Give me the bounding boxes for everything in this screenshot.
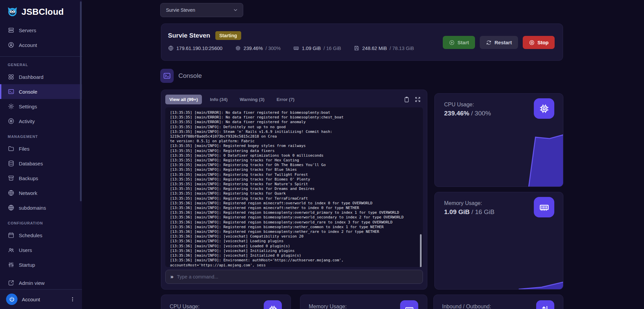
bottom-memory-card: Memory Usage:	[300, 295, 427, 309]
database-icon	[8, 160, 14, 167]
console-log[interactable]: [13:35:35] [main/ERROR]: No data fixer r…	[165, 107, 423, 267]
sidebar-item-network[interactable]: Network	[0, 186, 82, 200]
sidebar-item-label: Backups	[19, 175, 38, 181]
server-memory-limit: / 16 GiB	[324, 46, 341, 51]
sidebar-divider	[0, 56, 82, 57]
tab-info[interactable]: Info (34)	[206, 95, 232, 104]
globe-grid-icon	[8, 204, 14, 211]
dashboard-icon	[8, 73, 14, 80]
console-log-text: [13:35:35] [main/ERROR]: No data fixer r…	[165, 107, 423, 267]
memory-icon	[293, 45, 299, 51]
sidebar-item-console[interactable]: Console	[0, 84, 82, 99]
owl-logo-icon	[6, 6, 19, 18]
command-bar: »	[165, 270, 423, 284]
server-disk-limit: / 78.13 GiB	[390, 46, 414, 51]
memory-usage-number: 1.09 GiB	[444, 208, 470, 215]
command-input[interactable]	[177, 274, 418, 279]
sidebar-item-backups[interactable]: Backups	[0, 171, 82, 186]
app: { "brand": { "name": "JSBCloud" }, "side…	[0, 0, 644, 309]
cpu-usage-limit: / 300%	[471, 110, 491, 117]
sidebar-scrollbar[interactable]	[80, 1, 82, 201]
sidebar-item-label: Servers	[19, 28, 36, 33]
sidebar-item-label: Account	[19, 42, 37, 48]
server-stat-cpu: 239.46% / 300%	[235, 45, 281, 51]
brand[interactable]: JSBCloud	[0, 0, 82, 23]
expand-icon	[415, 96, 421, 103]
bottom-network-card: Inbound / Outbound:	[433, 295, 563, 309]
external-link-icon	[8, 279, 14, 286]
sidebar-item-account[interactable]: Account	[0, 38, 82, 52]
expand-console-button[interactable]	[415, 96, 421, 103]
sidebar-item-label: Databases	[19, 161, 43, 166]
account-footer-label: Account	[22, 297, 40, 302]
stop-button[interactable]: Stop	[523, 36, 555, 49]
sidebar-item-label: Admin view	[19, 280, 45, 286]
console-tabs: View all (99+) Info (34) Warning (3) Err…	[165, 95, 423, 104]
kebab-menu-icon[interactable]	[69, 295, 77, 303]
server-disk-value: 248.62 MiB	[362, 46, 387, 51]
servers-icon	[8, 27, 14, 34]
sidebar-item-users[interactable]: Users	[0, 243, 82, 257]
server-select[interactable]: Survie Steven	[160, 3, 243, 17]
gear-icon	[8, 103, 14, 110]
account-icon	[8, 42, 14, 48]
calendar-icon	[8, 232, 14, 239]
server-memory-value: 1.09 GiB	[302, 46, 320, 51]
restart-button[interactable]: Restart	[480, 36, 518, 49]
sidebar-item-databases[interactable]: Databases	[0, 156, 82, 171]
server-stat-address: 179.61.190.10:25600	[168, 45, 222, 51]
users-icon	[8, 247, 14, 253]
globe-icon	[168, 45, 174, 51]
sidebar-item-admin-view[interactable]: Admin view	[0, 275, 82, 290]
server-stat-memory: 1.09 GiB / 16 GiB	[293, 45, 341, 51]
chevron-down-icon	[233, 7, 238, 13]
sidebar-item-schedules[interactable]: Schedules	[0, 228, 82, 243]
sidebar-item-subdomains[interactable]: subdomains	[0, 200, 82, 215]
console-panel: View all (99+) Info (34) Warning (3) Err…	[161, 90, 427, 290]
server-cpu-value: 239.46%	[244, 46, 263, 51]
server-name: Survie Steven	[168, 32, 210, 39]
ram-icon	[400, 300, 418, 309]
sidebar-item-servers[interactable]: Servers	[0, 23, 82, 38]
sliders-icon	[8, 261, 14, 268]
sidebar-item-label: Users	[19, 247, 32, 253]
stop-button-label: Stop	[538, 40, 549, 45]
copy-log-button[interactable]	[403, 96, 410, 103]
brand-name: JSBCloud	[22, 7, 64, 17]
server-address: 179.61.190.10:25600	[176, 46, 222, 51]
memory-usage-sparkline	[434, 280, 563, 289]
cpu-chip-icon	[264, 300, 282, 309]
memory-usage-card: Memory Usage: 1.09 GiB / 16 GiB	[434, 192, 563, 290]
console-section-header: Console	[160, 69, 202, 83]
sidebar-item-label: Startup	[19, 262, 35, 268]
status-badge: Starting	[215, 31, 241, 40]
cpu-usage-card: CPU Usage: 239.46% / 300%	[434, 93, 563, 187]
sidebar-item-label: Console	[19, 89, 37, 95]
console-section-title: Console	[178, 72, 202, 80]
sidebar-item-label: Schedules	[19, 233, 42, 238]
tab-error[interactable]: Error (7)	[272, 95, 298, 104]
server-select-value: Survie Steven	[166, 7, 195, 13]
start-button-label: Start	[458, 40, 469, 45]
sidebar-item-settings[interactable]: Settings	[0, 99, 82, 114]
start-button[interactable]: Start	[443, 36, 475, 49]
account-footer[interactable]: Account	[0, 289, 82, 309]
bottom-cpu-card: CPU Usage:	[161, 295, 291, 309]
network-arrows-icon	[536, 300, 554, 309]
folder-icon	[8, 145, 14, 152]
sidebar-item-files[interactable]: Files	[0, 141, 82, 156]
tab-view-all[interactable]: View all (99+)	[165, 95, 202, 104]
tab-warning[interactable]: Warning (3)	[235, 95, 268, 104]
sidebar-item-dashboard[interactable]: Dashboard	[0, 69, 82, 84]
cpu-chip-icon	[534, 98, 554, 119]
sidebar: JSBCloud Servers Account GENERAL Dashboa…	[0, 0, 82, 309]
archive-icon	[8, 175, 14, 182]
sidebar-item-label: subdomains	[19, 205, 46, 211]
console-scrollbar[interactable]	[420, 234, 422, 267]
sidebar-section-title: CONFIGURATION	[8, 221, 82, 225]
ram-icon	[534, 197, 554, 217]
eye-icon	[8, 118, 14, 124]
sidebar-item-activity[interactable]: Activity	[0, 114, 82, 128]
sidebar-item-startup[interactable]: Startup	[0, 257, 82, 272]
restart-button-label: Restart	[495, 40, 512, 45]
